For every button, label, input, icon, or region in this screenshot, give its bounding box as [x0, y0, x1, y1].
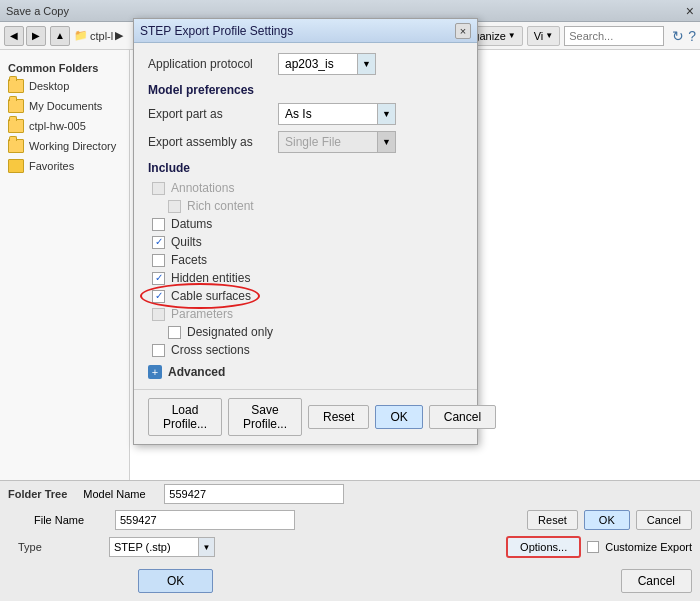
cb-annotations-label: Annotations	[171, 181, 234, 195]
export-assembly-label: Export assembly as	[148, 135, 278, 149]
cb-cable-label: Cable surfaces	[171, 289, 251, 303]
cb-cable-row: Cable surfaces	[148, 289, 463, 303]
cb-facets-row: Facets	[148, 253, 463, 267]
modal-cancel-btn[interactable]: Cancel	[429, 405, 496, 429]
cb-hidden[interactable]	[152, 272, 165, 285]
cb-designated-label: Designated only	[187, 325, 273, 339]
cb-hidden-label: Hidden entities	[171, 271, 250, 285]
advanced-row: + Advanced	[148, 365, 463, 379]
cb-annotations-row: Annotations	[148, 181, 463, 195]
modal-content: Application protocol ap203_is ▼ Model pr…	[134, 43, 477, 389]
cb-designated[interactable]	[168, 326, 181, 339]
cb-facets-label: Facets	[171, 253, 207, 267]
protocol-select[interactable]: ap203_is ▼	[278, 53, 376, 75]
cb-cross-sections-label: Cross sections	[171, 343, 250, 357]
modal-title: STEP Export Profile Settings	[140, 24, 293, 38]
cb-parameters[interactable]	[152, 308, 165, 321]
cb-designated-row: Designated only	[148, 325, 463, 339]
cb-cross-sections[interactable]	[152, 344, 165, 357]
cb-annotations[interactable]	[152, 182, 165, 195]
cb-quilts[interactable]	[152, 236, 165, 249]
cb-quilts-label: Quilts	[171, 235, 202, 249]
cb-cable[interactable]	[152, 290, 165, 303]
save-profile-btn[interactable]: Save Profile...	[228, 398, 302, 436]
cb-parameters-row: Parameters	[148, 307, 463, 321]
cb-rich-content-row: Rich content	[148, 199, 463, 213]
include-title: Include	[148, 161, 463, 175]
cb-datums[interactable]	[152, 218, 165, 231]
modal-titlebar: STEP Export Profile Settings ×	[134, 19, 477, 43]
export-assembly-dropdown-arrow[interactable]: ▼	[378, 131, 396, 153]
protocol-value: ap203_is	[278, 53, 358, 75]
protocol-dropdown-arrow[interactable]: ▼	[358, 53, 376, 75]
app-protocol-row: Application protocol ap203_is ▼	[148, 53, 463, 75]
export-assembly-value: Single File	[278, 131, 378, 153]
load-profile-btn[interactable]: Load Profile...	[148, 398, 222, 436]
export-part-row: Export part as As Is ▼	[148, 103, 463, 125]
cb-facets[interactable]	[152, 254, 165, 267]
advanced-expand-icon[interactable]: +	[148, 365, 162, 379]
cb-hidden-row: Hidden entities	[148, 271, 463, 285]
app-protocol-label: Application protocol	[148, 57, 278, 71]
modal-reset-btn[interactable]: Reset	[308, 405, 369, 429]
modal-dialog: STEP Export Profile Settings × Applicati…	[133, 18, 478, 445]
cb-quilts-row: Quilts	[148, 235, 463, 249]
export-part-dropdown-arrow[interactable]: ▼	[378, 103, 396, 125]
export-part-label: Export part as	[148, 107, 278, 121]
cb-cross-sections-row: Cross sections	[148, 343, 463, 357]
cb-rich-content[interactable]	[168, 200, 181, 213]
modal-overlay: STEP Export Profile Settings × Applicati…	[0, 0, 700, 601]
cb-datums-label: Datums	[171, 217, 212, 231]
advanced-label: Advanced	[168, 365, 225, 379]
export-part-value: As Is	[278, 103, 378, 125]
modal-ok-btn[interactable]: OK	[375, 405, 422, 429]
cb-datums-row: Datums	[148, 217, 463, 231]
modal-footer: Load Profile... Save Profile... Reset OK…	[134, 389, 477, 444]
export-assembly-row: Export assembly as Single File ▼	[148, 131, 463, 153]
modal-close-btn[interactable]: ×	[455, 23, 471, 39]
export-part-select[interactable]: As Is ▼	[278, 103, 396, 125]
cb-parameters-label: Parameters	[171, 307, 233, 321]
model-pref-title: Model preferences	[148, 83, 463, 97]
cb-rich-content-label: Rich content	[187, 199, 254, 213]
export-assembly-select[interactable]: Single File ▼	[278, 131, 396, 153]
